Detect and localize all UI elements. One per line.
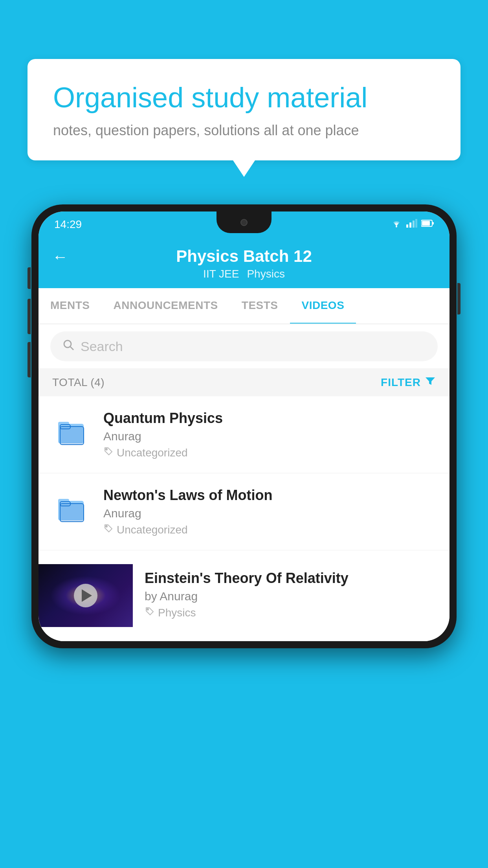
back-button[interactable]: ← xyxy=(52,248,68,266)
status-bar: 14:29 xyxy=(39,211,449,237)
video-info-newton: Newton's Laws of Motion Anurag Uncategor… xyxy=(103,487,438,536)
volume-down-button xyxy=(28,299,31,334)
phone-screen: 14:29 ← Ph xyxy=(39,211,449,641)
video-list: Quantum Physics Anurag Uncategorized xyxy=(39,396,449,641)
svg-rect-6 xyxy=(422,221,430,226)
header-subtitle-physics: Physics xyxy=(247,268,284,280)
svg-rect-2 xyxy=(409,223,411,228)
tag-icon-newton xyxy=(103,523,114,536)
video-title-einstein: Einstein's Theory Of Relativity xyxy=(145,570,426,587)
svg-point-8 xyxy=(64,340,71,348)
video-tag-einstein: Physics xyxy=(145,606,426,619)
wifi-icon xyxy=(391,219,402,230)
bubble-title: Organised study material xyxy=(53,81,435,114)
signal-icon xyxy=(406,219,417,230)
play-button-einstein[interactable] xyxy=(74,584,97,607)
tab-ments[interactable]: MENTS xyxy=(39,288,102,324)
video-tag-text-quantum: Uncategorized xyxy=(117,447,188,459)
video-author-newton: Anurag xyxy=(103,507,438,520)
tab-announcements[interactable]: ANNOUNCEMENTS xyxy=(102,288,230,324)
search-input-placeholder[interactable]: Search xyxy=(81,339,123,354)
phone-wrapper: 14:29 ← Ph xyxy=(31,204,457,868)
svg-point-22 xyxy=(147,609,149,610)
svg-rect-1 xyxy=(406,224,408,228)
header-subtitle-iitjee: IIT JEE xyxy=(203,268,239,280)
video-item-newtons-laws[interactable]: Newton's Laws of Motion Anurag Uncategor… xyxy=(39,473,449,550)
silent-button xyxy=(28,342,31,377)
filter-button[interactable]: FILTER xyxy=(381,375,436,389)
power-button xyxy=(457,283,460,314)
video-info-einstein: Einstein's Theory Of Relativity by Anura… xyxy=(133,564,438,625)
video-info-quantum: Quantum Physics Anurag Uncategorized xyxy=(103,410,438,459)
video-tag-quantum: Uncategorized xyxy=(103,446,438,459)
speech-bubble-wrapper: Organised study material notes, question… xyxy=(28,59,460,160)
status-time: 14:29 xyxy=(54,218,82,231)
video-item-quantum-physics[interactable]: Quantum Physics Anurag Uncategorized xyxy=(39,396,449,473)
header-subtitle: IIT JEE Physics xyxy=(203,268,285,280)
svg-line-9 xyxy=(70,347,73,350)
front-camera xyxy=(240,219,248,226)
filter-label: FILTER xyxy=(381,376,421,389)
header-title: Physics Batch 12 xyxy=(176,247,312,266)
video-tag-text-einstein: Physics xyxy=(158,607,196,619)
search-box[interactable]: Search xyxy=(50,331,438,361)
video-title-newton: Newton's Laws of Motion xyxy=(103,487,438,504)
volume-up-button xyxy=(28,267,31,289)
svg-rect-7 xyxy=(432,222,434,224)
total-count-label: TOTAL (4) xyxy=(52,376,105,389)
video-tag-newton: Uncategorized xyxy=(103,523,438,536)
video-item-einstein[interactable]: Einstein's Theory Of Relativity by Anura… xyxy=(39,550,449,641)
phone-outer: 14:29 ← Ph xyxy=(31,204,457,648)
video-author-quantum: Anurag xyxy=(103,430,438,443)
video-tag-text-newton: Uncategorized xyxy=(117,524,188,536)
svg-rect-4 xyxy=(415,219,417,228)
svg-point-21 xyxy=(106,526,107,527)
speech-bubble: Organised study material notes, question… xyxy=(28,59,460,160)
bubble-subtitle: notes, question papers, solutions all at… xyxy=(53,122,435,139)
tab-videos[interactable]: VIDEOS xyxy=(290,288,356,324)
video-thumbnail-einstein xyxy=(39,564,133,627)
video-thumb-quantum xyxy=(50,410,94,453)
filter-icon xyxy=(425,375,436,389)
status-icons xyxy=(391,219,434,230)
tabs-bar: MENTS ANNOUNCEMENTS TESTS VIDEOS xyxy=(39,288,449,324)
video-author-einstein: by Anurag xyxy=(145,590,426,603)
video-title-quantum: Quantum Physics xyxy=(103,410,438,427)
app-header: ← Physics Batch 12 IIT JEE Physics xyxy=(39,237,449,288)
notch xyxy=(216,211,272,233)
tag-icon-einstein xyxy=(145,606,155,619)
svg-point-0 xyxy=(396,226,397,227)
video-thumb-newton xyxy=(50,487,94,530)
svg-point-15 xyxy=(106,449,107,450)
svg-rect-3 xyxy=(413,221,415,228)
search-icon xyxy=(62,338,75,354)
filter-bar: TOTAL (4) FILTER xyxy=(39,368,449,396)
tag-icon-quantum xyxy=(103,446,114,459)
search-container: Search xyxy=(39,324,449,368)
play-triangle-icon xyxy=(82,589,92,602)
tab-tests[interactable]: TESTS xyxy=(230,288,290,324)
battery-icon xyxy=(421,219,434,230)
